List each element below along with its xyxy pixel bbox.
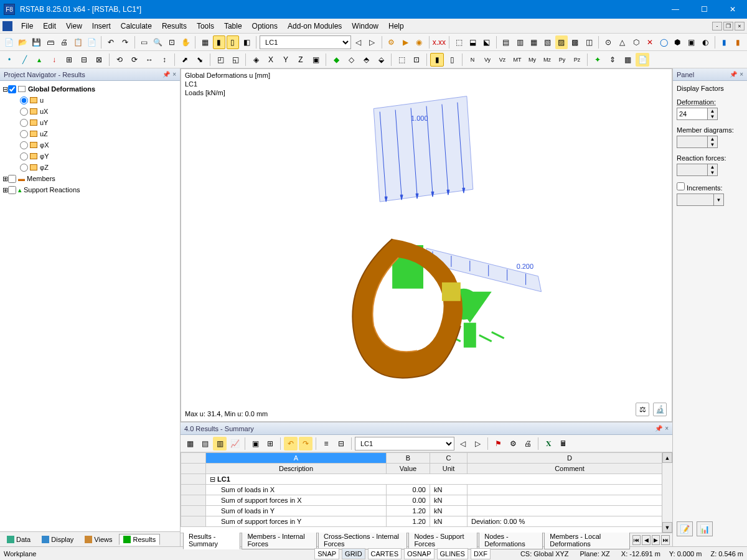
render2-icon[interactable]: ▥	[514, 35, 526, 49]
menu-results[interactable]: Results	[157, 20, 192, 32]
mod1-icon[interactable]: ⊙	[602, 35, 614, 49]
maximize-button[interactable]: ☐	[690, 0, 718, 19]
force-n-icon[interactable]: N	[466, 53, 479, 67]
table-row[interactable]: Sum of support forces in X0.00kN	[181, 495, 672, 506]
mod7-icon[interactable]: ▣	[685, 35, 697, 49]
mod3-icon[interactable]: ⬡	[630, 35, 642, 49]
results-icon[interactable]: ◉	[413, 35, 425, 49]
menu-calculate[interactable]: Calculate	[116, 20, 157, 32]
support-checkbox[interactable]	[8, 186, 16, 194]
col-d[interactable]: D	[467, 453, 672, 464]
menu-options[interactable]: Options	[247, 20, 283, 32]
force-vy-icon[interactable]: Vy	[481, 53, 494, 67]
open-icon[interactable]: 📂	[16, 35, 29, 49]
label-icon[interactable]: x.xx	[432, 35, 446, 49]
force-mt-icon[interactable]: MT	[510, 53, 524, 67]
rt6-icon[interactable]: ⊞	[263, 437, 277, 450]
node-icon[interactable]: •	[2, 53, 16, 67]
t2g-icon[interactable]: ↕	[157, 53, 171, 67]
show4-icon[interactable]: ⬙	[374, 53, 388, 67]
deformation-input[interactable]	[677, 108, 708, 120]
navigator-close-icon[interactable]: ×	[172, 71, 176, 78]
panel-close-icon[interactable]: ×	[740, 71, 743, 78]
rt3-icon[interactable]: ▥	[213, 437, 227, 450]
flag1-icon[interactable]: ▮	[718, 35, 731, 49]
menu-addon[interactable]: Add-on Modules	[283, 20, 347, 32]
tool-a-icon[interactable]: ⬚	[453, 35, 465, 49]
minimize-button[interactable]: —	[661, 0, 690, 19]
t2i-icon[interactable]: ⬊	[193, 53, 207, 67]
results-tab-1[interactable]: Members - Internal Forces	[242, 531, 317, 549]
root-checkbox[interactable]	[8, 85, 16, 93]
sb-grid[interactable]: GRID	[342, 548, 365, 559]
results-calc-icon[interactable]: 🖩	[557, 437, 570, 450]
tree-item-uY[interactable]: uY	[1, 117, 179, 128]
render3-icon[interactable]: ▦	[527, 35, 540, 49]
t2h-icon[interactable]: ⬈	[178, 53, 192, 67]
tool-b-icon[interactable]: ⬓	[467, 35, 479, 49]
increments-checkbox[interactable]	[677, 182, 685, 190]
mod4-icon[interactable]: ✕	[644, 35, 656, 49]
support-icon[interactable]: ▴	[32, 53, 46, 67]
tab-first-icon[interactable]: ⏮	[632, 535, 641, 545]
anim-icon[interactable]: ✦	[591, 53, 604, 67]
zoom-fit-icon[interactable]: ⊡	[166, 35, 178, 49]
results-excel-icon[interactable]: 𝐗	[542, 437, 555, 450]
report-icon[interactable]: 📄	[636, 53, 649, 67]
t2e-icon[interactable]: ⟳	[128, 53, 141, 67]
sb-dxf[interactable]: DXF	[471, 548, 491, 559]
rt4-icon[interactable]: 📈	[228, 437, 242, 450]
t2a-icon[interactable]: ⊞	[62, 53, 76, 67]
render7-icon[interactable]: ◫	[583, 35, 595, 49]
menu-file[interactable]: File	[16, 20, 38, 32]
menu-table[interactable]: Table	[219, 20, 247, 32]
loadcase-combo[interactable]: LC1	[260, 35, 351, 49]
scale-icon[interactable]: ⇕	[606, 53, 619, 67]
print-icon[interactable]: 🖨	[58, 35, 70, 49]
rt2-icon[interactable]: ▤	[198, 437, 212, 450]
next-lc-icon[interactable]: ▷	[366, 35, 378, 49]
results-tab-5[interactable]: Members - Local Deformations	[544, 531, 630, 549]
load-icon[interactable]: ↓	[47, 53, 61, 67]
menu-edit[interactable]: Edit	[38, 20, 61, 32]
view-iso-icon[interactable]: ◈	[249, 53, 263, 67]
scroll-down-icon[interactable]: ▼	[662, 522, 672, 533]
navtab-display[interactable]: Display	[37, 534, 78, 545]
tree-item-φZ[interactable]: φZ	[1, 162, 179, 173]
t2d-icon[interactable]: ⟲	[113, 53, 126, 67]
menu-view[interactable]: View	[61, 20, 87, 32]
mod8-icon[interactable]: ◐	[699, 35, 712, 49]
navtab-data[interactable]: Data	[2, 534, 35, 545]
tree-radio[interactable]	[20, 130, 28, 138]
copy-icon[interactable]: 📋	[72, 35, 84, 49]
rt8-icon[interactable]: ↷	[299, 437, 312, 450]
run-icon[interactable]: ▶	[399, 35, 411, 49]
tree-radio[interactable]	[20, 141, 28, 149]
table-row[interactable]: Sum of loads in X0.00kN	[181, 485, 672, 495]
render5-icon[interactable]: ▨	[555, 35, 568, 49]
pan-icon[interactable]: ✋	[179, 35, 192, 49]
scroll-up-icon[interactable]: ▲	[662, 452, 672, 463]
table-row[interactable]: Sum of support forces in Y1.20kNDeviatio…	[181, 516, 672, 527]
col-a[interactable]: A	[206, 453, 387, 464]
export-icon[interactable]: ▦	[621, 53, 634, 67]
new-icon[interactable]: 📄	[2, 35, 15, 49]
extra1-icon[interactable]: ⬚	[395, 53, 408, 67]
table-group-row[interactable]: ⊟ LC1	[181, 474, 672, 485]
view-y-icon[interactable]: Y	[279, 53, 293, 67]
view3-icon[interactable]: ◧	[240, 35, 253, 49]
extra2-icon[interactable]: ⊡	[410, 53, 423, 67]
mod6-icon[interactable]: ⬢	[671, 35, 684, 49]
show3-icon[interactable]: ⬘	[359, 53, 373, 67]
force-py-icon[interactable]: Py	[555, 53, 569, 67]
tab-next-icon[interactable]: ▶	[652, 535, 660, 545]
mdi-close[interactable]: ×	[735, 22, 745, 30]
force-mz-icon[interactable]: Mz	[540, 53, 554, 67]
tree-members[interactable]: ⊞ ▬Members	[1, 173, 179, 184]
results-pin-icon[interactable]: 📌	[655, 425, 662, 432]
grid-vscrollbar[interactable]: ▲ ▼	[662, 452, 672, 533]
results-opt-icon[interactable]: ⚙	[506, 437, 520, 450]
sb-cartes[interactable]: CARTES	[368, 548, 402, 559]
panel-display-button[interactable]: 📊	[697, 521, 713, 536]
results-lc-combo[interactable]: LC1	[355, 437, 454, 450]
